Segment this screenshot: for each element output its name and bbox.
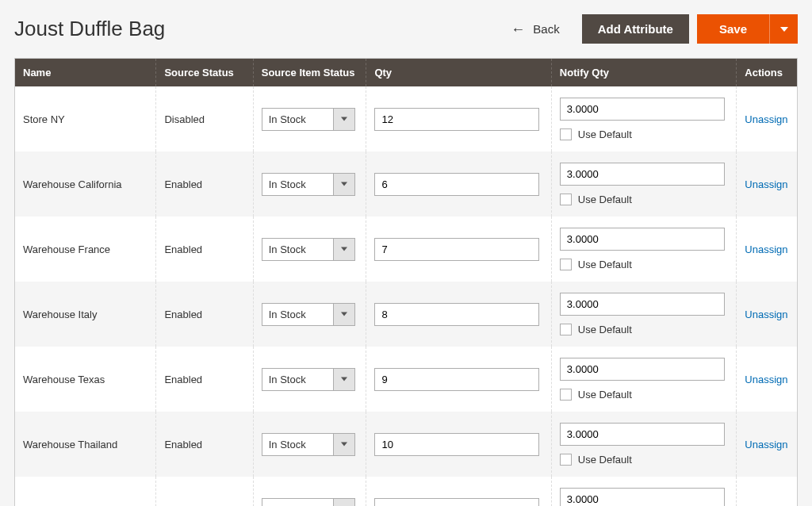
cell-name: Warehouse Italy: [15, 282, 156, 347]
qty-input[interactable]: [374, 303, 539, 326]
add-attribute-button[interactable]: Add Attribute: [582, 14, 689, 44]
cell-name: Warehouse Vietnam: [15, 477, 156, 506]
cell-source-item-status: In Stock: [253, 151, 366, 217]
qty-input[interactable]: [374, 173, 539, 196]
cell-source-item-status: In Stock: [253, 347, 366, 412]
use-default-checkbox[interactable]: [560, 389, 572, 401]
table-row: Store NYDisabledIn StockUse DefaultUnass…: [15, 86, 798, 151]
item-status-select[interactable]: In Stock: [262, 173, 355, 196]
notify-qty-input[interactable]: [560, 293, 725, 316]
page-title: Joust Duffle Bag: [14, 17, 496, 41]
use-default-row: Use Default: [560, 259, 728, 270]
save-dropdown-button[interactable]: [769, 14, 798, 44]
notify-qty-input[interactable]: [560, 488, 725, 506]
qty-input[interactable]: [374, 108, 539, 131]
cell-name: Warehouse California: [15, 151, 156, 217]
chevron-down-icon: [333, 238, 355, 261]
unassign-link[interactable]: Unassign: [745, 243, 787, 255]
chevron-down-icon: [333, 433, 355, 456]
item-status-select[interactable]: In Stock: [262, 108, 355, 131]
cell-name: Warehouse France: [15, 217, 156, 282]
item-status-select[interactable]: In Stock: [262, 303, 355, 326]
use-default-checkbox[interactable]: [560, 128, 572, 140]
cell-qty: [366, 151, 551, 217]
cell-qty: [366, 217, 551, 282]
item-status-select[interactable]: In Stock: [262, 498, 355, 507]
col-header-source-status: Source Status: [156, 59, 253, 87]
use-default-label: Use Default: [578, 454, 632, 466]
unassign-link[interactable]: Unassign: [745, 439, 787, 450]
unassign-link[interactable]: Unassign: [745, 504, 787, 507]
cell-source-status: Enabled: [156, 477, 253, 506]
unassign-link[interactable]: Unassign: [745, 178, 787, 190]
qty-input[interactable]: [374, 433, 539, 456]
cell-source-item-status: In Stock: [253, 477, 366, 506]
page-header: Joust Duffle Bag ← Back Add Attribute Sa…: [0, 0, 812, 58]
use-default-row: Use Default: [560, 389, 728, 401]
use-default-row: Use Default: [560, 454, 728, 466]
use-default-checkbox[interactable]: [560, 324, 572, 335]
unassign-link[interactable]: Unassign: [745, 309, 787, 320]
notify-qty-input[interactable]: [560, 358, 725, 381]
cell-notify: Use Default: [551, 477, 736, 506]
use-default-checkbox[interactable]: [560, 259, 572, 270]
item-status-value: In Stock: [262, 238, 333, 261]
save-button[interactable]: Save: [697, 14, 769, 44]
use-default-checkbox[interactable]: [560, 454, 572, 466]
back-label: Back: [533, 22, 559, 36]
cell-qty: [366, 282, 551, 347]
col-header-notify-qty: Notify Qty: [551, 59, 736, 87]
col-header-qty: Qty: [366, 59, 551, 87]
cell-actions: Unassign: [737, 151, 798, 217]
use-default-checkbox[interactable]: [560, 194, 572, 205]
notify-qty-input[interactable]: [560, 423, 725, 446]
cell-source-item-status: In Stock: [253, 86, 366, 151]
table-row: Warehouse ItalyEnabledIn StockUse Defaul…: [15, 282, 798, 347]
use-default-label: Use Default: [578, 389, 632, 401]
table-header-row: Name Source Status Source Item Status Qt…: [15, 59, 798, 87]
cell-source-status: Enabled: [156, 217, 253, 282]
cell-notify: Use Default: [551, 282, 736, 347]
cell-actions: Unassign: [737, 217, 798, 282]
table-row: Warehouse TexasEnabledIn StockUse Defaul…: [15, 347, 798, 412]
notify-qty-input[interactable]: [560, 228, 725, 251]
qty-input[interactable]: [374, 238, 539, 261]
item-status-value: In Stock: [262, 173, 333, 196]
cell-notify: Use Default: [551, 217, 736, 282]
back-button[interactable]: ← Back: [496, 22, 573, 36]
item-status-value: In Stock: [262, 498, 333, 507]
sources-table: Name Source Status Source Item Status Qt…: [14, 58, 798, 506]
chevron-down-icon: [333, 303, 355, 326]
col-header-actions: Actions: [737, 59, 798, 87]
table-row: Warehouse VietnamEnabledIn StockUse Defa…: [15, 477, 798, 506]
chevron-down-icon: [333, 108, 355, 131]
notify-qty-input[interactable]: [560, 98, 725, 121]
cell-name: Warehouse Thailand: [15, 412, 156, 477]
unassign-link[interactable]: Unassign: [745, 374, 787, 385]
item-status-value: In Stock: [262, 108, 333, 131]
cell-notify: Use Default: [551, 347, 736, 412]
cell-source-status: Disabled: [156, 86, 253, 151]
use-default-row: Use Default: [560, 324, 728, 335]
cell-notify: Use Default: [551, 151, 736, 217]
notify-qty-input[interactable]: [560, 163, 725, 186]
qty-input[interactable]: [374, 498, 539, 507]
cell-source-status: Enabled: [156, 282, 253, 347]
cell-actions: Unassign: [737, 412, 798, 477]
cell-actions: Unassign: [737, 86, 798, 151]
cell-actions: Unassign: [737, 347, 798, 412]
unassign-link[interactable]: Unassign: [745, 113, 787, 125]
cell-source-status: Enabled: [156, 412, 253, 477]
cell-actions: Unassign: [737, 282, 798, 347]
cell-qty: [366, 412, 551, 477]
table-row: Warehouse CaliforniaEnabledIn StockUse D…: [15, 151, 798, 217]
item-status-select[interactable]: In Stock: [262, 368, 355, 391]
cell-source-item-status: In Stock: [253, 412, 366, 477]
cell-qty: [366, 477, 551, 506]
item-status-select[interactable]: In Stock: [262, 433, 355, 456]
qty-input[interactable]: [374, 368, 539, 391]
cell-source-status: Enabled: [156, 347, 253, 412]
use-default-label: Use Default: [578, 259, 632, 270]
item-status-select[interactable]: In Stock: [262, 238, 355, 261]
use-default-label: Use Default: [578, 324, 632, 335]
